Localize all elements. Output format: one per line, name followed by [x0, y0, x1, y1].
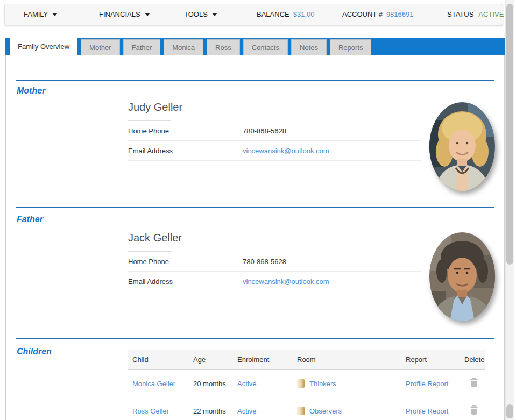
- father-name: Jack Geller: [128, 232, 421, 244]
- children-table-header: Child Age Enrolment Room Report Delete: [128, 350, 485, 370]
- child-age: 20 months: [193, 380, 237, 388]
- tab-contacts[interactable]: Contacts: [243, 39, 288, 55]
- mother-portrait-illustration: [429, 102, 495, 191]
- chevron-down-icon: [52, 13, 58, 16]
- mother-details: Judy Geller Home Phone 780-868-5628 Emai…: [128, 101, 421, 161]
- trash-icon[interactable]: [470, 378, 478, 388]
- children-section-divider: [16, 338, 494, 339]
- room-link[interactable]: Observers: [309, 407, 342, 415]
- tab-father[interactable]: Father: [123, 39, 161, 55]
- table-row-monica: Monica Geller 20 months Active Thinkers …: [128, 370, 485, 397]
- father-portrait-illustration: [429, 232, 495, 321]
- status-display: STATUSACTIVE: [447, 4, 504, 25]
- menu-family[interactable]: FAMILY: [24, 4, 58, 25]
- children-section-title: Children: [17, 347, 52, 357]
- mother-photo[interactable]: [429, 102, 495, 191]
- balance-value[interactable]: $31.00: [293, 10, 315, 18]
- chevron-down-icon: [145, 13, 150, 16]
- menu-financials-label: FINANCIALS: [99, 10, 140, 18]
- table-row-ross: Ross Geller 22 months Active Observers P…: [128, 397, 485, 420]
- child-name-link[interactable]: Ross Geller: [132, 407, 169, 415]
- menu-financials[interactable]: FINANCIALS: [99, 4, 150, 25]
- header-report: Report: [406, 355, 464, 364]
- profile-report-link[interactable]: Profile Report: [406, 380, 448, 388]
- chevron-down-icon: [212, 13, 217, 16]
- account-display: ACCOUNT #9816691: [342, 4, 414, 25]
- mother-section-title: Mother: [17, 86, 45, 96]
- trash-icon[interactable]: [470, 405, 478, 415]
- account-number[interactable]: 9816691: [386, 10, 414, 18]
- status-badge: ACTIVE: [478, 10, 504, 18]
- mother-home-phone-row: Home Phone 780-868-5628: [128, 121, 421, 141]
- mother-email-row: Email Address vincewansink@outlook.com: [128, 141, 421, 161]
- mother-home-phone-value: 780-868-5628: [243, 127, 286, 135]
- father-section-divider: [16, 207, 494, 208]
- enrolment-link[interactable]: Active: [237, 407, 256, 415]
- account-label: ACCOUNT #: [342, 10, 383, 18]
- menu-family-label: FAMILY: [24, 10, 48, 18]
- mother-name: Judy Geller: [128, 101, 421, 113]
- tab-ross[interactable]: Ross: [207, 39, 240, 55]
- father-email-link[interactable]: vincewansink@outlook.com: [243, 277, 329, 286]
- top-menu-bar: FAMILY FINANCIALS TOOLS BALANCE$31.00 AC…: [4, 4, 503, 25]
- tab-reports[interactable]: Reports: [330, 39, 372, 55]
- header-age: Age: [193, 355, 237, 364]
- header-child: Child: [128, 355, 193, 364]
- home-phone-label: Home Phone: [128, 127, 243, 135]
- tab-strip: Family Overview Mother Father Monica Ros…: [5, 38, 505, 55]
- tab-mother[interactable]: Mother: [81, 39, 119, 55]
- room-icon: [297, 407, 305, 415]
- father-section-title: Father: [17, 215, 43, 224]
- father-home-phone-value: 780-868-5628: [243, 258, 286, 266]
- tab-monica[interactable]: Monica: [164, 39, 203, 55]
- balance-label: BALANCE: [257, 10, 289, 18]
- child-age: 22 months: [193, 407, 237, 415]
- header-delete: Delete: [464, 355, 485, 364]
- status-label: STATUS: [447, 10, 473, 18]
- father-home-phone-row: Home Phone 780-868-5628: [128, 252, 421, 272]
- tab-family-overview[interactable]: Family Overview: [10, 38, 77, 55]
- scrollbar-thumb[interactable]: [506, 4, 513, 265]
- menu-tools-label: TOOLS: [184, 10, 208, 18]
- menu-tools[interactable]: TOOLS: [184, 4, 217, 25]
- tab-notes[interactable]: Notes: [291, 39, 327, 55]
- father-email-row: Email Address vincewansink@outlook.com: [128, 272, 421, 291]
- mother-section-divider: [16, 80, 494, 81]
- scrollbar-bottom-cap[interactable]: [506, 404, 513, 418]
- room-icon: [297, 379, 305, 388]
- child-name-link[interactable]: Monica Geller: [132, 380, 175, 388]
- mother-email-link[interactable]: vincewansink@outlook.com: [243, 147, 329, 155]
- header-enrolment: Enrolment: [237, 355, 297, 364]
- family-overview-panel: Mother Judy Geller Home Phone 780-868-56…: [5, 55, 505, 420]
- email-address-label: Email Address: [128, 277, 243, 286]
- balance-display: BALANCE$31.00: [257, 4, 314, 25]
- email-address-label: Email Address: [128, 147, 243, 155]
- father-details: Jack Geller Home Phone 780-868-5628 Emai…: [128, 232, 421, 291]
- room-link[interactable]: Thinkers: [309, 380, 336, 388]
- father-photo[interactable]: [429, 232, 495, 321]
- enrolment-link[interactable]: Active: [237, 380, 256, 388]
- header-room: Room: [297, 355, 406, 364]
- children-table: Child Age Enrolment Room Report Delete M…: [128, 350, 485, 420]
- home-phone-label: Home Phone: [128, 258, 243, 266]
- profile-report-link[interactable]: Profile Report: [406, 407, 448, 415]
